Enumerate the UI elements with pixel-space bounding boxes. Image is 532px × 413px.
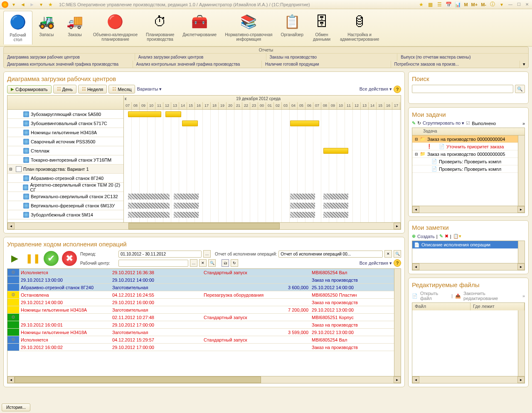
ops-vscroll[interactable] [394,269,401,376]
tree-view-button[interactable]: 🗂 [222,259,229,267]
center-open-button[interactable]: 🔍 [208,259,216,267]
grid-icon[interactable]: ▦ [426,1,434,8]
period-pick-button[interactable]: … [203,250,211,258]
ops-row[interactable]: ⚙ Остановлена 04.12.2012 16:24:55 Переза… [7,291,401,299]
done-label[interactable]: Выполнено [472,121,496,126]
gantt-bar[interactable] [323,148,348,154]
add-icon[interactable]: ⊕ [412,234,416,239]
task-row[interactable]: 📄Проверить: Проверить компл [412,165,525,173]
ops-all-actions[interactable]: Все действия ▾ [360,261,392,266]
ops-row[interactable]: 29.10.2012 16:00:02 29.10.2012 17:00:00 … [7,344,401,351]
ops-row[interactable]: Ножницы гильотинные Н3418А Заготовительн… [7,329,401,336]
gantt-row[interactable]: Ножницы гильотинные Н3418А [7,128,123,137]
toolbar-section-4[interactable]: ⏱Планированиепроизводства [142,11,178,44]
refresh-button[interactable]: ↻ [231,259,238,267]
gantt-row[interactable]: ⊟План производства: Вариант 1 [7,165,123,174]
ops-hscroll[interactable]: ◄ ► [7,376,401,384]
nav-back-icon[interactable]: ◄ [19,1,27,8]
gantt-bar[interactable] [174,203,199,209]
pause-button[interactable]: ❚❚ [25,251,40,266]
gantt-bar[interactable] [323,194,348,199]
edit-icon[interactable]: ✎ [412,120,416,126]
report-link[interactable]: Диаграмма загрузки рабочих центров [4,54,135,61]
gantt-bar[interactable] [165,111,181,117]
list-icon[interactable]: ☰ [436,1,443,8]
help-icon[interactable]: ? [394,86,401,93]
toolbar-section-8[interactable]: 🗄Обменданными [308,11,336,44]
tasks-hscroll[interactable]: ◄► [412,206,525,213]
gantt-row[interactable]: Сварочный источник PSS3500 [7,137,123,146]
dropdown2-icon[interactable]: ▾ [37,1,45,8]
toolbar-section-5[interactable]: 🧰Диспетчирование [178,11,221,44]
center-pick-button[interactable]: … [190,259,197,267]
center-input[interactable] [118,260,188,267]
task-row[interactable]: ❗📄Уточнить приоритет заказа [412,143,525,150]
week-button[interactable]: ☷Неделя [78,85,107,93]
gantt-bar[interactable] [128,212,170,218]
m-plus-btn[interactable]: M+ [470,2,479,7]
info-icon[interactable]: ⓘ [489,1,496,8]
toolbar-section-0[interactable]: 🔵Рабочийстол [3,11,32,44]
delete-note-icon[interactable]: ✖ [445,234,448,239]
ops-row[interactable]: 29.10.2012 16:00:01 29.10.2012 17:00:00 … [7,321,401,329]
task-row[interactable]: 📄Проверить: Проверить компл [412,158,525,165]
gantt-hscroll[interactable]: ◄ ► [7,222,401,229]
gantt-row[interactable]: Стеллаж [7,146,123,155]
variants-link[interactable]: Варианты ▾ [137,86,162,92]
gantt-bar[interactable] [323,203,348,209]
ops-row[interactable]: ⚙ Исполняется 04.12.2012 15:29:57 Станда… [7,336,401,344]
toolbar-section-2[interactable]: 🚚Заказы [61,11,89,44]
toolbar-section-3[interactable]: 🔴Объемно-календарноепланирование [89,11,142,44]
nav-fwd-icon[interactable]: ► [28,1,36,8]
minimize-button[interactable]: — [507,1,514,8]
ops-row[interactable]: 29.10.2012 13:00:00 29.10.2012 14:00:00 … [7,276,401,284]
dropdown-icon[interactable]: ▾ [10,1,17,8]
gantt-row[interactable]: Зубозакругляющий станок 5А580 [7,110,123,119]
gantt-bar[interactable] [174,212,199,218]
gantt-row[interactable]: Агрегатно-сверлильный станок ТЕМ 20 (2) … [7,183,123,192]
toolbar-section-7[interactable]: 📋Органайзер [276,11,308,44]
report-link[interactable]: Потребности заказов на произв... [391,61,520,68]
task-row[interactable]: ⊟📁Заказ на производство 00000000004 [412,135,525,143]
ops-row[interactable]: Абразивно-отрезной станок 8Г240 Заготови… [7,284,401,291]
fav2-icon[interactable]: ★ [417,1,425,8]
group-by-link[interactable]: Сгруппировать по ▾ [423,120,464,126]
notes-hscroll[interactable]: ◄► [412,263,525,270]
all-actions-link[interactable]: Все действия ▾ [360,86,392,92]
gantt-bar[interactable] [128,111,161,117]
day-button[interactable]: ☷День [53,85,76,93]
gantt-bar[interactable] [290,194,315,199]
gantt-bar[interactable] [290,212,315,218]
gantt-bar[interactable] [128,203,170,209]
month-button[interactable]: ☷Месяц [108,85,135,93]
report-input[interactable] [278,251,383,258]
gantt-bar[interactable] [182,120,198,126]
files-vscroll[interactable] [518,310,525,376]
maximize-button[interactable]: ☐ [515,1,522,8]
ops-row[interactable]: Ножницы гильотинные Н3418А Заготовительн… [7,306,401,314]
note-item[interactable]: 📄 Описание исполнения операции [412,241,525,248]
files-more-icon[interactable]: » [522,293,525,298]
dropdown3-icon[interactable]: ▾ [498,1,505,8]
toolbar-section-9[interactable]: 🛢Настройка иадминистрирование [336,11,383,44]
copy-note-icon[interactable]: 📋▾ [453,234,461,239]
period-input[interactable] [118,251,202,258]
report-link[interactable]: Анализ загрузки рабочих центров [135,54,266,61]
gantt-bar[interactable] [174,194,199,199]
search-button[interactable]: 🔍 [515,85,525,93]
gantt-bar[interactable] [290,203,315,209]
search-input[interactable] [412,85,513,93]
favorite-icon[interactable]: ★ [47,1,54,8]
more-icon[interactable]: » [522,121,525,126]
report-clear-button[interactable]: ✕ [384,250,392,258]
calc-icon[interactable]: 📅 [445,1,452,8]
edit-note-icon[interactable]: ✎ [439,234,443,239]
tasks-vscroll[interactable] [518,135,525,206]
task-row[interactable]: ⊟📁Заказ на производство 00000000005 [412,150,525,158]
ops-row[interactable]: ⚙ 02.11.2012 10:27:48 Стандартный запуск… [7,314,401,321]
ops-row[interactable]: ⚙ Исполняется 29.10.2012 16:36:38 Станда… [7,269,401,276]
refresh-icon[interactable]: ↻ [417,120,421,126]
gantt-row[interactable]: Зубошевинговальный станок 5717С [7,119,123,128]
notes-vscroll[interactable] [518,241,525,263]
files-hscroll[interactable]: ◄► [412,376,525,384]
